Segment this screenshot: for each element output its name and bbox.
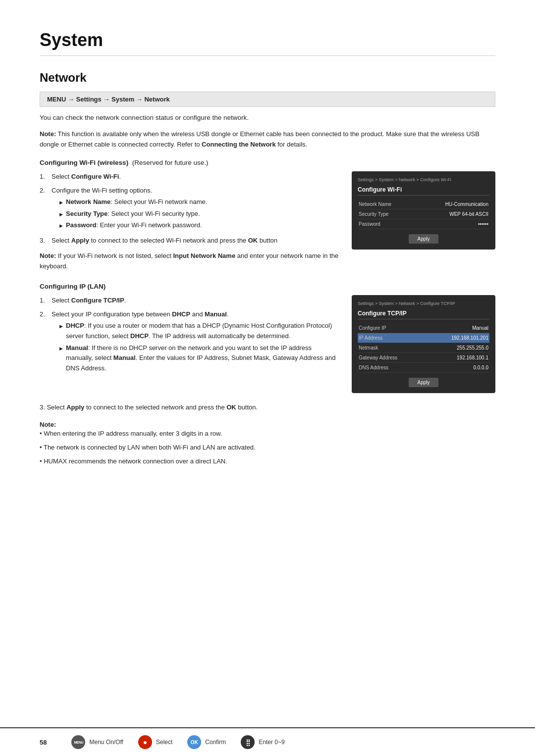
wifi-content: 1. Select Configure Wi-Fi. 2. Configure … [40,171,495,272]
footer-btn-menu-group: MENU Menu On/Off [71,735,123,749]
lan-step-3: 3. Select Apply to connect to the select… [40,402,495,413]
lan-sub-bullet-2: Manual: If there is no DHCP server on th… [59,343,340,374]
wifi-screen-image: Settings > System > Network > Configure … [352,171,495,272]
section-title: Network [40,71,495,85]
wifi-row-2: Security Type WEP 64-bit ASCII [358,209,489,219]
lan-row-4: Gateway Address 192.168.100.1 [358,353,489,363]
wifi-sub-bullet-3: Password: Enter your Wi-Fi network passw… [59,220,207,231]
wifi-breadcrumb: Settings > System > Network > Configure … [358,177,489,182]
menu-button-icon[interactable]: MENU [71,735,85,749]
lan-step-1: 1. Select Configure TCP/IP. [40,295,340,306]
num-button-icon[interactable]: ⣿ [241,735,255,749]
lan-section-title: Configuring IP (LAN) [40,283,495,290]
lan-row-1: Configure IP Manual [358,323,489,333]
bottom-bullet-2: The network is connected by LAN when bot… [40,442,495,453]
wifi-section: Configuring Wi-Fi (wireless) (Reserved f… [40,159,495,272]
lan-content: 1. Select Configure TCP/IP. 2. Select yo… [40,295,495,393]
lan-row-5: DNS Address 0.0.0.0 [358,363,489,373]
wifi-row-1: Network Name HU-Communication [358,200,489,209]
footer-btn-select-group: ● Select [138,735,172,749]
wifi-row-3: Password •••••• [358,219,489,229]
wifi-sub-bullets: Network Name: Select your Wi-Fi network … [52,197,207,231]
select-button-icon[interactable]: ● [138,735,152,749]
note-label: Note: [40,130,56,138]
bottom-note-header: Note: [40,421,495,428]
footer-btn-ok-group: OK Confirm [187,735,226,749]
note-link: Connecting the Network [202,141,276,148]
lan-row-3: Netmask 255.255.255.0 [358,343,489,353]
ok-button-icon[interactable]: OK [187,735,201,749]
wifi-step-2: 2. Configure the Wi-Fi setting options. … [40,185,340,232]
lan-row-2: IP Address 192.168.101.201 [358,333,489,343]
lan-sub-bullets: DHCP: If you use a router or modem that … [52,321,340,374]
menu-path: MENU → Settings → System → Network [40,92,495,107]
intro-text: You can check the network connection sta… [40,114,495,121]
lan-breadcrumb: Settings > System > Network > Configure … [358,301,489,306]
wifi-sub-bullet-1: Network Name: Select your Wi-Fi network … [59,197,207,207]
footer-bar: 58 MENU Menu On/Off ● Select OK Confirm … [0,727,535,756]
footer-btn-num-group: ⣿ Enter 0~9 [241,735,284,749]
page-number: 58 [40,739,47,746]
confirm-button-label: Confirm [205,739,226,746]
wifi-tv-screen: Settings > System > Network > Configure … [352,171,495,250]
page-title: System [40,30,495,56]
num-button-label: Enter 0~9 [259,739,284,746]
wifi-step-1: 1. Select Configure Wi-Fi. [40,171,340,182]
menu-button-label: Menu On/Off [89,739,123,746]
wifi-text-col: 1. Select Configure Wi-Fi. 2. Configure … [40,171,340,272]
lan-screen-image: Settings > System > Network > Configure … [352,295,495,393]
lan-text-col: 1. Select Configure TCP/IP. 2. Select yo… [40,295,340,393]
wifi-step-3: 3. Select Apply to connect to the select… [40,235,340,246]
select-button-label: Select [156,739,172,746]
wifi-note: Note: If your Wi-Fi network is not liste… [40,251,340,272]
lan-apply-btn: Apply [409,378,438,387]
bottom-bullet-1: When entering the IP address manually, e… [40,428,495,439]
lan-step-2: 2. Select your IP configuration type bet… [40,309,340,375]
wifi-screen-title: Configure Wi-Fi [358,186,489,196]
lan-screen-title: Configure TCP/IP [358,310,489,319]
wifi-sub-bullet-2: Security Type: Select your Wi-Fi securit… [59,209,207,219]
wifi-section-title: Configuring Wi-Fi (wireless) (Reserved f… [40,159,495,166]
lan-section: Configuring IP (LAN) 1. Select Configure… [40,283,495,413]
bottom-bullet-3: HUMAX recommends the network connection … [40,456,495,467]
lan-steps: 1. Select Configure TCP/IP. 2. Select yo… [40,295,340,375]
wifi-steps: 1. Select Configure Wi-Fi. 2. Configure … [40,171,340,247]
bottom-notes: Note: When entering the IP address manua… [40,421,495,467]
note-text2: for details. [276,141,308,148]
lan-sub-bullet-1: DHCP: If you use a router or modem that … [59,321,340,342]
lan-tv-screen: Settings > System > Network > Configure … [352,295,495,393]
wifi-apply-btn: Apply [409,234,438,244]
note-block-1: Note: This function is available only wh… [40,129,495,150]
